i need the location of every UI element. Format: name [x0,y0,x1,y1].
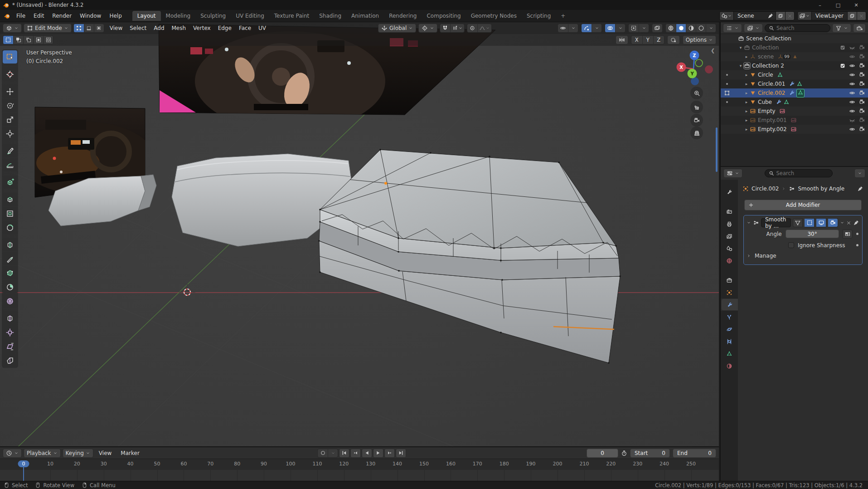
vertex-select-button[interactable] [74,24,84,32]
overlays-dropdown[interactable] [615,24,625,32]
eye-icon[interactable] [849,54,855,60]
visibility-button[interactable] [558,24,568,32]
pin-modifier-icon[interactable] [853,220,859,226]
properties-options-dropdown[interactable] [854,169,865,178]
ignore-sharpness-checkbox[interactable] [788,242,794,248]
tool-scale[interactable] [3,113,17,126]
workspace-tab-geometry-nodes[interactable]: Geometry Nodes [466,11,522,21]
select-intersect-button[interactable] [43,36,53,44]
menu-render[interactable]: Render [48,11,76,20]
properties-tab-object[interactable] [721,286,738,298]
eye-icon[interactable] [849,81,855,87]
breadcrumb-modifier[interactable]: Smooth by Angle [798,186,844,192]
outliner-row-scene-collection[interactable]: Scene Collection [721,34,868,43]
menu-file[interactable]: File [12,11,29,20]
modifier-realtime-toggle[interactable] [816,218,826,227]
camera-icon[interactable] [859,44,865,51]
close-button[interactable]: ✕ [847,2,865,8]
jump-to-start-button[interactable] [339,449,349,458]
camera-icon[interactable] [859,117,865,123]
tool-cursor[interactable] [3,68,17,81]
modifier-render-toggle[interactable] [828,218,838,227]
camera-icon[interactable] [859,90,865,96]
frame-end-field[interactable]: End0 [673,449,716,458]
expander[interactable]: ▸ [743,127,750,132]
prev-keyframe-button[interactable] [350,449,361,458]
properties-tab-scene[interactable] [721,242,738,254]
workspace-tab-shading[interactable]: Shading [314,11,346,21]
tool-shrink-fatten[interactable] [3,326,17,339]
expander[interactable]: ▸ [743,91,750,95]
eye-icon[interactable] [849,63,855,69]
camera-icon[interactable] [859,54,865,60]
workspace-tab-uv-editing[interactable]: UV Editing [231,11,269,21]
workspace-tab-layout[interactable]: Layout [132,11,161,21]
navigation-gizmo[interactable]: Z X Y [677,51,713,86]
decorator-dot[interactable] [856,244,858,246]
outliner-row-collection[interactable]: ▾Collection [721,43,868,52]
unlink-icon[interactable] [787,14,792,19]
xray-toggle[interactable] [652,24,662,32]
expand-icon[interactable] [747,220,751,225]
camera-icon[interactable] [859,72,865,78]
shading-rendered-button[interactable] [696,24,706,32]
viewport-menu-vertex[interactable]: Vertex [189,24,214,33]
shading-dropdown[interactable] [706,24,716,32]
jump-to-end-button[interactable] [396,449,406,458]
workspace-tab-scripting[interactable]: Scripting [522,11,556,21]
selected-vertex[interactable] [384,182,387,185]
select-extend-button[interactable] [13,36,23,44]
add-workspace-button[interactable]: + [556,11,570,21]
angle-value-field[interactable]: 30° [786,230,839,238]
snap-settings[interactable] [450,24,464,32]
timeline-marker-menu[interactable]: Marker [117,449,143,458]
tool-rotate[interactable] [3,99,17,112]
pivot-selector[interactable] [418,24,437,33]
tool-extrude-region[interactable] [3,193,17,206]
select-subtract-button[interactable] [23,36,33,44]
show-overlays-button[interactable] [605,24,615,32]
shading-wireframe-button[interactable] [666,24,676,32]
check-icon[interactable] [840,63,845,68]
outliner-row-circle[interactable]: ▸Circle [721,70,868,79]
playback-menu[interactable]: Playback [24,449,61,458]
workspace-tab-texture-paint[interactable]: Texture Paint [269,11,314,21]
delete-modifier-icon[interactable] [846,220,851,225]
workspace-tab-animation[interactable]: Animation [346,11,384,21]
frame-start-field[interactable]: Start0 [630,449,670,458]
gizmo-neg-y[interactable] [695,59,703,67]
tool-loop-cut[interactable] [3,238,17,251]
falloff-selector[interactable] [477,24,491,32]
eye-icon[interactable] [849,99,855,105]
expander[interactable]: ▸ [743,109,750,113]
tool-measure[interactable] [3,158,17,171]
tool-transform[interactable] [3,127,17,140]
timeline-ruler[interactable]: 0102030405060708090100110120130140150160… [0,459,719,470]
proportional-toggle[interactable] [467,24,477,32]
viewport-menu-select[interactable]: Select [126,24,150,33]
check-icon[interactable] [840,45,845,50]
outliner-search-input[interactable] [776,25,826,31]
properties-search-input[interactable] [776,170,829,176]
pin-icon[interactable] [857,186,863,192]
snap-to-button[interactable] [667,35,680,44]
properties-tab-particles[interactable] [721,311,738,323]
options-button[interactable]: Options [683,35,716,44]
shading-material-button[interactable] [686,24,696,32]
tool-inset-faces[interactable] [3,207,17,220]
select-invert-button[interactable] [33,36,43,44]
eye-icon[interactable] [849,72,855,78]
properties-tab-data[interactable] [721,347,738,360]
tool-poly-build[interactable] [3,266,17,279]
viewport-canvas[interactable]: Z X Y [0,22,719,446]
workspace-tab-sculpting[interactable]: Sculpting [195,11,231,21]
face-select-button[interactable] [94,24,104,32]
properties-tab-render[interactable] [721,205,738,218]
remove-icon[interactable] [859,14,864,19]
outliner-filter-id[interactable] [744,24,763,33]
expander[interactable]: ▸ [743,54,750,59]
pin-icon[interactable] [766,13,776,19]
tool-annotate[interactable] [3,144,17,157]
eyeclosed-icon[interactable] [849,117,855,123]
camera-icon[interactable] [859,126,865,132]
